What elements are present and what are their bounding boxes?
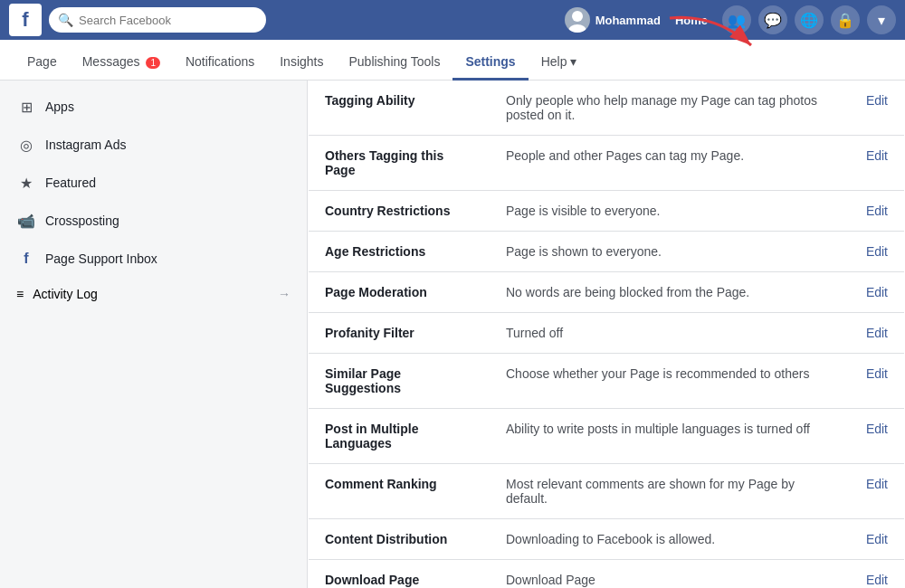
facebook-small-icon: f: [16, 249, 36, 269]
svg-point-0: [572, 11, 583, 22]
friends-icon[interactable]: 👥: [722, 5, 751, 34]
sidebar-item-featured[interactable]: ★ Featured: [0, 164, 307, 202]
setting-value: Ability to write posts in multiple langu…: [490, 409, 850, 464]
activity-log-arrow-icon: →: [278, 287, 291, 301]
top-nav: f 🔍 Mohammad Home 👥 💬 🌐 🔒 ▾: [0, 0, 905, 40]
table-row: Similar Page Suggestions Choose whether …: [309, 354, 904, 409]
main-layout: ⊞ Apps ◎ Instagram Ads ★ Featured 📹 Cros…: [0, 81, 905, 588]
setting-value: Downloading to Facebook is allowed.: [490, 519, 850, 560]
setting-value: Only people who help manage my Page can …: [490, 81, 850, 136]
search-input[interactable]: [79, 14, 242, 27]
svg-point-1: [568, 24, 586, 33]
home-nav-button[interactable]: Home: [668, 10, 715, 31]
edit-link[interactable]: Edit: [866, 366, 888, 381]
page-nav: Page Messages 1 Notifications Insights P…: [0, 40, 905, 81]
apps-icon: ⊞: [16, 97, 36, 117]
list-icon: ≡: [16, 287, 24, 301]
sidebar-label-apps: Apps: [45, 100, 74, 114]
edit-link[interactable]: Edit: [866, 285, 888, 299]
setting-name: Country Restrictions: [309, 191, 490, 232]
sidebar-item-instagram[interactable]: ◎ Instagram Ads: [0, 126, 307, 164]
setting-value: No words are being blocked from the Page…: [490, 272, 850, 313]
table-row: Post in Multiple Languages Ability to wr…: [309, 409, 904, 464]
settings-table: Tagging Ability Only people who help man…: [308, 81, 905, 588]
sidebar-label-instagram: Instagram Ads: [45, 138, 127, 152]
setting-value: Turned off: [490, 313, 850, 354]
setting-name: Profanity Filter: [309, 313, 490, 354]
setting-name: Comment Ranking: [309, 464, 490, 519]
table-row: Tagging Ability Only people who help man…: [309, 81, 904, 136]
tab-publishing-tools[interactable]: Publishing Tools: [336, 45, 452, 81]
setting-name: Age Restrictions: [309, 232, 490, 272]
nav-right: Mohammad Home 👥 💬 🌐 🔒 ▾: [565, 5, 896, 34]
star-icon: ★: [16, 173, 36, 193]
video-icon: 📹: [16, 211, 36, 231]
setting-value: Download Page: [490, 560, 850, 589]
tab-settings[interactable]: Settings: [452, 45, 528, 81]
sidebar-label-crossposting: Crossposting: [45, 213, 119, 228]
tab-help[interactable]: Help ▾: [529, 45, 590, 81]
sidebar: ⊞ Apps ◎ Instagram Ads ★ Featured 📹 Cros…: [0, 81, 308, 588]
edit-link[interactable]: Edit: [866, 93, 888, 108]
messages-icon[interactable]: 💬: [758, 5, 787, 34]
sidebar-label-featured: Featured: [45, 175, 96, 190]
table-row: Download Page Download Page Edit: [309, 560, 904, 589]
setting-value: Choose whether your Page is recommended …: [490, 354, 850, 409]
table-row: Comment Ranking Most relevant comments a…: [309, 464, 904, 519]
tab-insights[interactable]: Insights: [267, 45, 336, 81]
edit-link[interactable]: Edit: [866, 477, 888, 491]
lock-icon[interactable]: 🔒: [831, 5, 860, 34]
avatar: [565, 7, 590, 33]
table-row: Content Distribution Downloading to Face…: [309, 519, 904, 560]
sidebar-item-crossposting[interactable]: 📹 Crossposting: [0, 202, 307, 240]
sidebar-item-page-support[interactable]: f Page Support Inbox: [0, 240, 307, 278]
setting-name: Download Page: [309, 560, 490, 589]
table-row: Others Tagging this Page People and othe…: [309, 136, 904, 191]
user-name: Mohammad: [595, 14, 661, 27]
table-row: Age Restrictions Page is shown to everyo…: [309, 232, 904, 272]
dropdown-icon[interactable]: ▾: [867, 5, 896, 34]
edit-link[interactable]: Edit: [866, 148, 888, 163]
tab-messages[interactable]: Messages 1: [70, 45, 173, 81]
setting-name: Page Moderation: [309, 272, 490, 313]
edit-link[interactable]: Edit: [866, 244, 888, 259]
setting-value: People and other Pages can tag my Page.: [490, 136, 850, 191]
content-area: Tagging Ability Only people who help man…: [308, 81, 905, 588]
user-profile[interactable]: Mohammad: [565, 7, 661, 33]
setting-value: Most relevant comments are shown for my …: [490, 464, 850, 519]
sidebar-item-activity-log[interactable]: ≡ Activity Log →: [0, 278, 307, 310]
globe-icon[interactable]: 🌐: [795, 5, 824, 34]
setting-name: Others Tagging this Page: [309, 136, 490, 191]
setting-name: Similar Page Suggestions: [309, 354, 490, 409]
setting-value: Page is shown to everyone.: [490, 232, 850, 272]
table-row: Page Moderation No words are being block…: [309, 272, 904, 313]
setting-name: Tagging Ability: [309, 81, 490, 136]
setting-value: Page is visible to everyone.: [490, 191, 850, 232]
sidebar-item-apps[interactable]: ⊞ Apps: [0, 88, 307, 126]
sidebar-label-activity-log: Activity Log: [33, 287, 98, 301]
search-bar[interactable]: 🔍: [49, 7, 266, 33]
tab-notifications[interactable]: Notifications: [173, 45, 267, 81]
edit-link[interactable]: Edit: [866, 532, 888, 546]
facebook-logo: f: [9, 4, 42, 36]
messages-badge: 1: [146, 57, 160, 69]
edit-link[interactable]: Edit: [866, 326, 888, 340]
edit-link[interactable]: Edit: [866, 422, 888, 436]
table-row: Profanity Filter Turned off Edit: [309, 313, 904, 354]
edit-link[interactable]: Edit: [866, 573, 888, 587]
table-row: Country Restrictions Page is visible to …: [309, 191, 904, 232]
setting-name: Post in Multiple Languages: [309, 409, 490, 464]
tab-page[interactable]: Page: [14, 45, 70, 81]
search-icon: 🔍: [58, 13, 73, 27]
edit-link[interactable]: Edit: [866, 204, 888, 218]
instagram-icon: ◎: [16, 135, 36, 155]
setting-name: Content Distribution: [309, 519, 490, 560]
sidebar-label-page-support: Page Support Inbox: [45, 251, 157, 266]
